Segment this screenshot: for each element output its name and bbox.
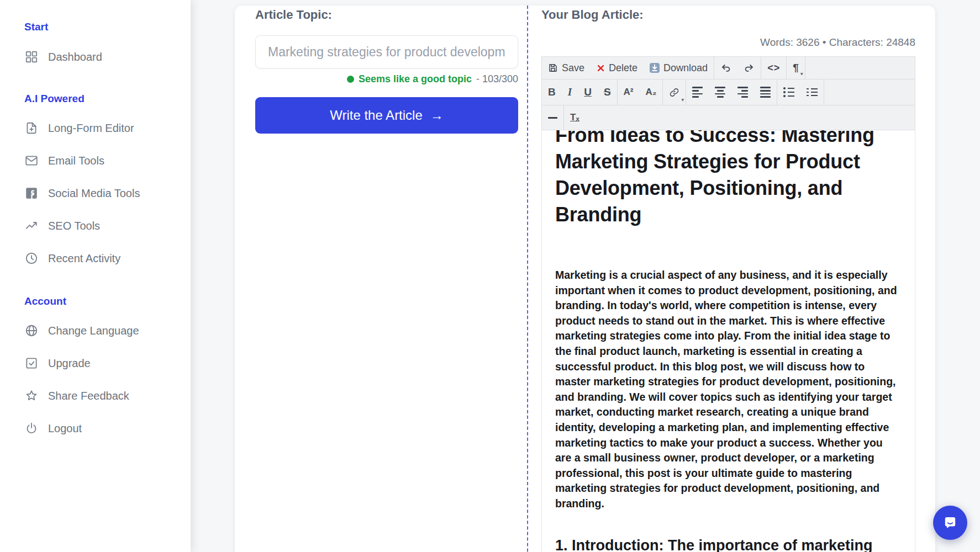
article-editor-area[interactable]: From Ideas to Success: Mastering Marketi… bbox=[541, 130, 915, 552]
sidebar-item-label: Dashboard bbox=[48, 51, 102, 63]
topic-status-text: Seems like a good topic bbox=[359, 73, 472, 85]
article-intro-paragraph: Marketing is a crucial aspect of any bus… bbox=[555, 268, 902, 512]
save-icon bbox=[548, 63, 558, 73]
sidebar-section-account: Account bbox=[24, 295, 191, 307]
facebook-icon bbox=[24, 186, 39, 200]
align-left-icon bbox=[692, 87, 703, 97]
redo-button[interactable] bbox=[737, 57, 761, 79]
strikethrough-icon: S bbox=[604, 86, 611, 98]
save-button[interactable]: Save bbox=[542, 57, 591, 79]
sidebar-item-label: Change Language bbox=[48, 325, 139, 337]
bullet-list-button[interactable] bbox=[777, 79, 800, 105]
align-right-icon bbox=[737, 87, 748, 97]
subscript-button[interactable]: A₂ bbox=[640, 79, 663, 105]
save-label: Save bbox=[562, 62, 584, 74]
sidebar-item-upgrade[interactable]: Upgrade bbox=[24, 355, 191, 371]
align-justify-icon bbox=[760, 87, 771, 97]
underline-icon: U bbox=[584, 86, 592, 98]
topic-validation: Seems like a good topic - 103/300 bbox=[255, 73, 518, 85]
editor-panel: Your Blog Article: Words: 3626 • Charact… bbox=[541, 9, 915, 552]
sidebar-item-logout[interactable]: Logout bbox=[24, 420, 191, 437]
align-right-button[interactable] bbox=[731, 79, 754, 105]
write-article-button[interactable]: Write the Article → bbox=[255, 97, 518, 134]
status-dot-icon bbox=[347, 76, 354, 83]
editor-toolbar: Save Delete Download bbox=[541, 56, 915, 130]
sidebar-item-label: SEO Tools bbox=[48, 220, 100, 232]
topic-panel: Article Topic: Seems like a good topic -… bbox=[255, 9, 518, 134]
code-icon: <> bbox=[767, 62, 780, 74]
sidebar-item-recent-activity[interactable]: Recent Activity bbox=[24, 250, 191, 267]
chevron-down-icon: ▾ bbox=[681, 97, 684, 103]
align-center-icon bbox=[715, 87, 725, 97]
paragraph-icon: ¶ bbox=[793, 62, 799, 74]
app-frame: Start Dashboard A.I Powered Long-Form Ed… bbox=[0, 0, 980, 552]
article-topic-input[interactable] bbox=[255, 35, 518, 68]
sidebar-item-label: Share Feedback bbox=[48, 390, 129, 402]
sidebar-item-label: Recent Activity bbox=[48, 252, 120, 265]
chat-launcher-button[interactable] bbox=[933, 506, 967, 540]
toolbar-row-format: B I U S A² A₂ ▾ bbox=[542, 79, 915, 105]
envelope-icon bbox=[24, 153, 39, 168]
article-section-heading: 1. Introduction: The importance of marke… bbox=[555, 536, 902, 552]
blog-article-label: Your Blog Article: bbox=[541, 9, 915, 21]
align-center-button[interactable] bbox=[709, 79, 731, 105]
sidebar-item-email-tools[interactable]: Email Tools bbox=[24, 152, 191, 169]
superscript-icon: A² bbox=[624, 87, 634, 98]
numbered-list-button[interactable] bbox=[800, 79, 824, 105]
file-plus-icon bbox=[24, 121, 39, 135]
align-justify-button[interactable] bbox=[754, 79, 777, 105]
sidebar-item-label: Social Media Tools bbox=[48, 187, 140, 200]
clock-icon bbox=[24, 251, 39, 266]
article-topic-label: Article Topic: bbox=[255, 9, 518, 21]
align-left-button[interactable] bbox=[686, 79, 709, 105]
undo-button[interactable] bbox=[714, 57, 737, 79]
horizontal-rule-button[interactable] bbox=[542, 105, 563, 130]
bullet-list-icon bbox=[783, 87, 794, 97]
sidebar-item-social-media-tools[interactable]: Social Media Tools bbox=[24, 185, 191, 201]
sidebar-item-label: Long-Form Editor bbox=[48, 122, 134, 135]
chevron-down-icon: ▾ bbox=[800, 71, 803, 77]
superscript-button[interactable]: A² bbox=[618, 79, 640, 105]
write-article-label: Write the Article bbox=[330, 108, 423, 123]
globe-icon bbox=[24, 323, 39, 338]
sidebar: Start Dashboard A.I Powered Long-Form Ed… bbox=[0, 0, 191, 552]
sidebar-item-change-language[interactable]: Change Language bbox=[24, 322, 191, 339]
delete-button[interactable]: Delete bbox=[591, 57, 644, 79]
arrow-right-icon: → bbox=[430, 108, 444, 123]
checkbox-icon bbox=[24, 356, 39, 370]
undo-icon bbox=[720, 62, 731, 73]
delete-x-icon bbox=[597, 64, 605, 72]
chat-bubble-icon bbox=[942, 514, 958, 531]
delete-label: Delete bbox=[609, 62, 637, 74]
sidebar-item-label: Logout bbox=[48, 422, 82, 435]
paragraph-format-button[interactable]: ¶ ▾ bbox=[787, 57, 805, 79]
remove-format-icon: Tₓ bbox=[570, 112, 579, 123]
main-card: Article Topic: Seems like a good topic -… bbox=[235, 6, 935, 552]
sidebar-item-long-form-editor[interactable]: Long-Form Editor bbox=[24, 120, 191, 136]
remove-format-button[interactable]: Tₓ bbox=[564, 105, 586, 130]
source-code-button[interactable]: <> bbox=[761, 57, 786, 79]
strikethrough-button[interactable]: S bbox=[598, 79, 617, 105]
sidebar-item-dashboard[interactable]: Dashboard bbox=[24, 49, 191, 65]
italic-button[interactable]: I bbox=[562, 79, 578, 105]
numbered-list-icon bbox=[807, 88, 818, 97]
download-button[interactable]: Download bbox=[644, 57, 714, 79]
sidebar-section-start: Start bbox=[24, 21, 191, 33]
article-title: From Ideas to Success: Mastering Marketi… bbox=[555, 130, 902, 228]
trending-up-icon bbox=[24, 219, 39, 233]
toolbar-row-file: Save Delete Download bbox=[542, 57, 915, 79]
star-icon bbox=[24, 389, 39, 403]
redo-icon bbox=[744, 62, 755, 73]
link-icon bbox=[669, 87, 679, 98]
subscript-icon: A₂ bbox=[646, 87, 657, 98]
link-button[interactable]: ▾ bbox=[663, 79, 686, 105]
sidebar-item-seo-tools[interactable]: SEO Tools bbox=[24, 217, 191, 234]
bold-button[interactable]: B bbox=[542, 79, 562, 105]
download-icon bbox=[650, 63, 660, 73]
horizontal-rule-icon bbox=[548, 117, 557, 119]
toolbar-row-insert: Tₓ bbox=[542, 105, 915, 130]
topic-char-count: - 103/300 bbox=[476, 73, 518, 85]
underline-button[interactable]: U bbox=[578, 79, 598, 105]
sidebar-item-share-feedback[interactable]: Share Feedback bbox=[24, 388, 191, 404]
sidebar-section-ai-powered: A.I Powered bbox=[24, 93, 191, 105]
